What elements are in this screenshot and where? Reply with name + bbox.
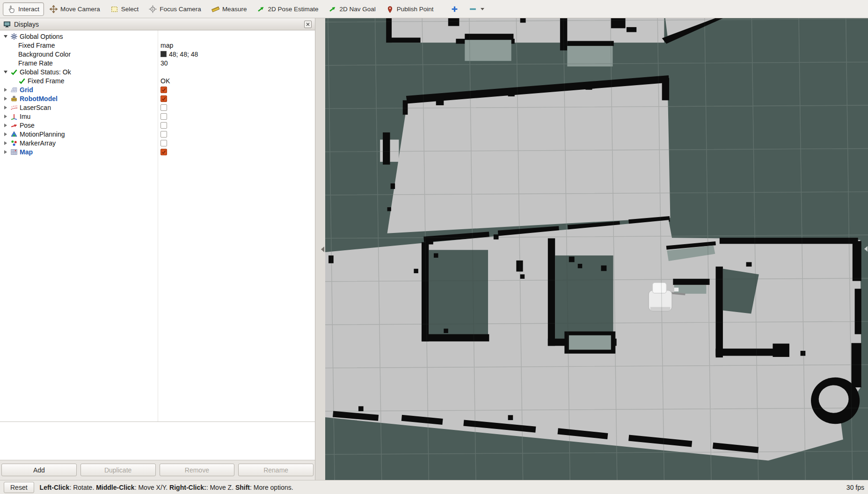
tree-label: Pose — [20, 122, 35, 129]
tree-label: LaserScan — [20, 104, 51, 111]
tool-focus-camera[interactable]: Focus Camera — [144, 2, 206, 16]
property-value[interactable]: map — [160, 42, 173, 49]
duplicate-button[interactable]: Duplicate — [80, 464, 156, 476]
tree-row-value — [158, 104, 315, 111]
arrow-icon — [257, 5, 265, 13]
tree-row-left: Fixed Frame — [0, 42, 158, 49]
tree-label: Frame Rate — [18, 59, 53, 67]
color-swatch — [160, 51, 167, 57]
display-enabled-checkbox[interactable] — [160, 140, 167, 146]
display-enabled-checkbox[interactable] — [160, 131, 167, 138]
tree-label: Background Color — [18, 51, 71, 58]
displays-tree: Global OptionsFixed FramemapBackground C… — [0, 30, 315, 422]
measure-icon — [212, 5, 219, 13]
grid-icon — [10, 86, 18, 94]
tree-row-value: 48; 48; 48 — [158, 51, 315, 58]
tree-row-value — [158, 87, 315, 93]
expander-icon[interactable] — [3, 88, 8, 92]
gear-icon — [10, 33, 18, 40]
add-button[interactable]: Add — [1, 464, 77, 476]
tree-row-left: MarkerArray — [0, 139, 158, 147]
plus-icon — [451, 5, 459, 13]
select-icon — [110, 5, 118, 13]
marker-icon — [10, 139, 18, 147]
display-enabled-checkbox[interactable] — [160, 87, 167, 93]
display-enabled-checkbox[interactable] — [160, 95, 167, 102]
collapse-right-icon[interactable] — [864, 246, 868, 252]
3d-viewport[interactable] — [325, 18, 868, 480]
toolbar: InteractMove CameraSelectFocus CameraMea… — [0, 0, 868, 18]
display-enabled-checkbox[interactable] — [160, 104, 167, 111]
remove-button[interactable]: Remove — [160, 464, 235, 476]
tree-row-value: map — [158, 42, 315, 49]
rename-button[interactable]: Rename — [238, 464, 314, 476]
rviz-window: InteractMove CameraSelectFocus CameraMea… — [0, 0, 868, 494]
minus-icon — [469, 5, 477, 13]
remove-tool-button[interactable] — [464, 2, 489, 16]
tree-row-value — [158, 140, 315, 146]
expander-icon[interactable] — [3, 97, 8, 101]
tree-label: MarkerArray — [20, 139, 56, 147]
map-icon — [10, 148, 18, 156]
tree-row-value — [158, 113, 315, 120]
hand-icon — [7, 5, 15, 13]
property-value[interactable]: OK — [160, 77, 170, 85]
laser-icon — [10, 104, 18, 111]
tool-publish-point[interactable]: Publish Point — [381, 2, 438, 16]
pin-icon — [386, 5, 394, 13]
chevron-down-icon — [481, 8, 484, 10]
tree-row-left: MotionPlanning — [0, 131, 158, 138]
check-icon — [10, 68, 18, 76]
tool-select[interactable]: Select — [106, 2, 144, 16]
fps-counter: 30 fps — [846, 484, 864, 491]
expander-icon[interactable] — [3, 35, 8, 38]
collapse-left-icon — [321, 247, 324, 252]
main-area: Displays Global OptionsFixed FramemapBac… — [0, 18, 868, 480]
tree-label: MotionPlanning — [20, 131, 65, 138]
mouse-hints: Left-Click: Rotate. Middle-Click: Move X… — [40, 484, 293, 491]
expander-icon[interactable] — [3, 115, 8, 118]
display-enabled-checkbox[interactable] — [160, 122, 167, 129]
tree-row-left: Background Color — [0, 51, 158, 58]
pose-icon — [10, 122, 18, 129]
reset-button[interactable]: Reset — [4, 482, 34, 493]
tree-row-left: Imu — [0, 113, 158, 120]
tree-row-value — [158, 122, 315, 129]
tree-row-left: Frame Rate — [0, 59, 158, 67]
add-tool-button[interactable] — [446, 2, 463, 16]
tree-label: Grid — [20, 86, 33, 94]
tree-row-left: Global Status: Ok — [0, 68, 158, 76]
tree-row-left: Global Options — [0, 33, 158, 40]
property-value[interactable]: 30 — [160, 59, 168, 67]
close-icon — [305, 22, 311, 27]
map-3d-render — [325, 18, 868, 480]
tree-row-left: Map — [0, 148, 158, 156]
display-enabled-checkbox[interactable] — [160, 149, 167, 155]
tool-move-camera[interactable]: Move Camera — [45, 2, 105, 16]
tool-measure[interactable]: Measure — [207, 2, 252, 16]
tree-row-left: LaserScan — [0, 104, 158, 111]
robot-icon — [10, 95, 18, 102]
expander-icon[interactable] — [3, 124, 8, 127]
expander-icon[interactable] — [3, 71, 8, 73]
tree-label: Global Options — [20, 33, 63, 40]
tool-2d-pose-estimate[interactable]: 2D Pose Estimate — [252, 2, 323, 16]
tree-row-left: Fixed Frame — [0, 77, 158, 85]
tool-2d-nav-goal[interactable]: 2D Nav Goal — [324, 2, 380, 16]
expander-icon[interactable] — [3, 141, 8, 145]
panel-splitter[interactable] — [315, 18, 325, 480]
expander-icon[interactable] — [3, 132, 8, 136]
panel-close-button[interactable] — [304, 21, 312, 28]
expander-icon[interactable] — [3, 106, 8, 109]
expander-icon[interactable] — [3, 150, 8, 154]
tree-row-value — [158, 131, 315, 138]
tree-row-left: RobotModel — [0, 95, 158, 102]
display-enabled-checkbox[interactable] — [160, 113, 167, 120]
displays-panel-titlebar[interactable]: Displays — [0, 18, 315, 30]
tree-label: Imu — [20, 113, 30, 120]
property-value[interactable]: 48; 48; 48 — [169, 51, 198, 58]
tool-interact[interactable]: Interact — [3, 2, 44, 16]
tree-column-divider[interactable] — [158, 30, 158, 421]
panel-title: Displays — [14, 21, 39, 28]
displays-panel: Displays Global OptionsFixed FramemapBac… — [0, 18, 315, 480]
